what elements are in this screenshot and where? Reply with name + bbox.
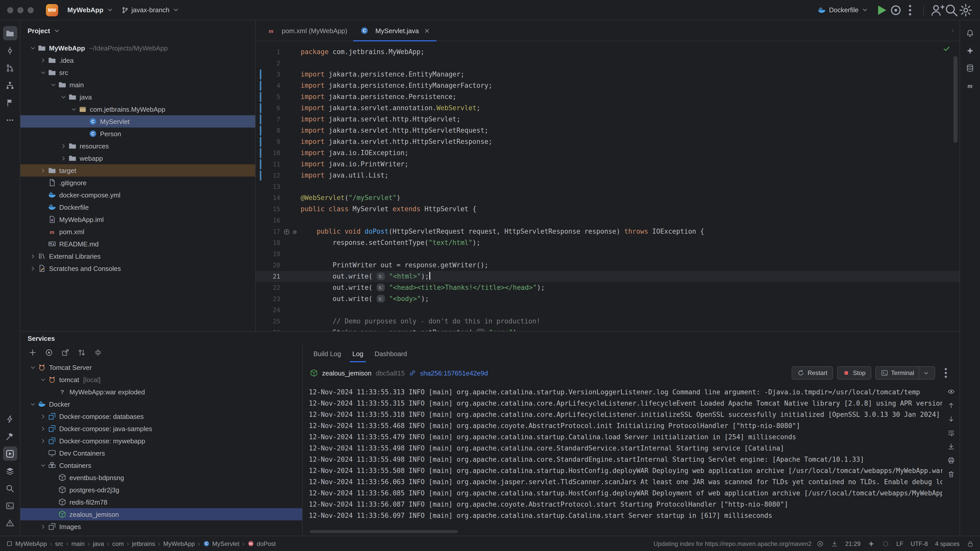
- tree-item-docker-compose-mywebapp[interactable]: Docker-compose: mywebapp: [21, 435, 302, 447]
- run-tool-icon[interactable]: [3, 412, 17, 426]
- tree-item-readme-md[interactable]: README.md: [21, 238, 255, 250]
- chevron-collapsed-icon[interactable]: [39, 437, 47, 445]
- bookmarks-icon[interactable]: [3, 95, 17, 110]
- run-icon[interactable]: [874, 3, 889, 17]
- scroll-to-end-icon[interactable]: [947, 443, 955, 451]
- macos-window-controls[interactable]: [7, 7, 38, 13]
- tab-myservlet-java[interactable]: CMyServlet.java: [353, 21, 436, 41]
- annotation-icon[interactable]: @: [291, 228, 298, 235]
- more-vertical-icon[interactable]: [939, 366, 953, 380]
- commit-icon[interactable]: [3, 43, 17, 58]
- breadcrumb-java[interactable]: java: [93, 540, 104, 547]
- next-message-icon[interactable]: [947, 415, 955, 423]
- run-configuration-widget[interactable]: Dockerfile: [814, 2, 872, 17]
- open-in-new-icon[interactable]: [61, 348, 69, 357]
- chevron-collapsed-icon[interactable]: [59, 154, 67, 162]
- soft-wrap-icon[interactable]: [947, 429, 955, 437]
- sync-status-icon[interactable]: [882, 540, 889, 547]
- tree-item--idea[interactable]: .idea: [21, 54, 255, 66]
- container-log-output[interactable]: 12-Nov-2024 11:33:55.313 INFO [main] org…: [303, 384, 942, 536]
- stop-button[interactable]: Stop: [837, 366, 871, 380]
- inspect-icon[interactable]: [947, 388, 955, 395]
- tree-item-tomcat-server[interactable]: Tomcat Server: [21, 361, 302, 373]
- project-icon[interactable]: [3, 26, 17, 40]
- settings-icon[interactable]: [959, 3, 973, 17]
- tab-log[interactable]: Log: [347, 345, 369, 362]
- close-tab-icon[interactable]: [423, 27, 430, 34]
- caret-position-widget[interactable]: 21:29: [845, 540, 861, 547]
- breadcrumb-com[interactable]: com: [112, 540, 124, 547]
- close-window-button[interactable]: [7, 7, 13, 13]
- code-with-me-icon[interactable]: [930, 3, 944, 17]
- tree-item-tomcat[interactable]: tomcat[local]: [21, 373, 302, 386]
- notifications-icon[interactable]: [963, 26, 977, 40]
- chevron-expanded-icon[interactable]: [69, 105, 78, 113]
- build-tool-icon[interactable]: [3, 429, 17, 443]
- tree-item-docker[interactable]: Docker: [21, 398, 302, 410]
- services-icon[interactable]: [3, 446, 17, 461]
- print-icon[interactable]: [947, 457, 955, 464]
- breadcrumb-mywebapp[interactable]: MyWebApp: [6, 540, 47, 547]
- override-icon[interactable]: [283, 228, 290, 235]
- tree-item-mywebapp[interactable]: MyWebApp~/IdeaProjects/MyWebApp: [21, 42, 255, 54]
- chevron-expanded-icon[interactable]: [49, 81, 57, 89]
- breadcrumb-jetbrains[interactable]: jetbrains: [132, 540, 155, 547]
- encoding-widget[interactable]: UTF-8: [911, 540, 928, 547]
- image-sha-link[interactable]: sha256:157651e42e9d: [420, 369, 488, 377]
- tab-dashboard[interactable]: Dashboard: [369, 345, 413, 362]
- breadcrumb-mywebapp[interactable]: MyWebApp: [163, 540, 195, 547]
- chevron-expanded-icon[interactable]: [39, 375, 47, 384]
- chevron-collapsed-icon[interactable]: [29, 264, 37, 272]
- chevron-expanded-icon[interactable]: [29, 400, 37, 408]
- tree-item-zealous-jemison[interactable]: zealous_jemison: [21, 508, 302, 520]
- tree-item-java[interactable]: java: [21, 91, 255, 103]
- chevron-collapsed-icon[interactable]: [39, 166, 47, 175]
- line-separator-widget[interactable]: LF: [896, 540, 904, 547]
- project-panel-header[interactable]: Project: [21, 21, 255, 41]
- terminal-tool-icon[interactable]: [3, 499, 17, 513]
- tree-item-person[interactable]: CPerson: [21, 127, 255, 140]
- tree-item-mywebapp-iml[interactable]: MyWebApp.iml: [21, 213, 255, 225]
- database-icon[interactable]: [963, 61, 977, 75]
- chevron-expanded-icon[interactable]: [39, 68, 47, 76]
- breadcrumb-main[interactable]: main: [72, 540, 85, 547]
- vcs-branch-widget[interactable]: javax-branch: [117, 2, 183, 17]
- tab-pom-xml-mywebapp-[interactable]: mpom.xml (MyWebApp): [260, 21, 353, 41]
- chevron-down-icon[interactable]: [919, 366, 929, 380]
- project-widget[interactable]: MyWebApp: [63, 2, 117, 17]
- breadcrumb-src[interactable]: src: [55, 540, 63, 547]
- pull-requests-icon[interactable]: [3, 61, 17, 75]
- more-actions-icon[interactable]: [903, 3, 917, 17]
- tree-item-docker-compose-databases[interactable]: Docker-compose: databases: [21, 410, 302, 422]
- maven-icon[interactable]: m: [963, 78, 977, 92]
- tree-item-target[interactable]: target: [21, 164, 255, 176]
- tree-item-myservlet[interactable]: CMyServlet: [21, 115, 255, 127]
- structure-icon[interactable]: [3, 78, 17, 92]
- tab-build-log[interactable]: Build Log: [308, 345, 347, 362]
- tree-item-scratches-and-consoles[interactable]: Scratches and Consoles: [21, 262, 255, 275]
- tree-item-external-libraries[interactable]: External Libraries: [21, 250, 255, 262]
- tree-item-images[interactable]: Images: [21, 520, 302, 533]
- tree-item--gitignore[interactable]: .gitignore: [21, 176, 255, 189]
- inspections-ok-icon[interactable]: [943, 45, 950, 52]
- cancel-icon[interactable]: [817, 540, 824, 547]
- tree-item-src[interactable]: src: [21, 66, 255, 79]
- tree-item-webapp[interactable]: webapp: [21, 152, 255, 164]
- tree-item-pom-xml[interactable]: mpom.xml: [21, 225, 255, 238]
- add-service-icon[interactable]: [29, 348, 37, 357]
- chevron-collapsed-icon[interactable]: [39, 412, 47, 421]
- chevron-collapsed-icon[interactable]: [39, 424, 47, 433]
- ai-status-icon[interactable]: [868, 540, 875, 547]
- chevron-expanded-icon[interactable]: [29, 363, 37, 372]
- breadcrumb-myservlet[interactable]: CMyServlet: [203, 540, 239, 547]
- find-tool-icon[interactable]: [3, 481, 17, 495]
- chevron-collapsed-icon[interactable]: [39, 56, 47, 64]
- chevron-expanded-icon[interactable]: [39, 461, 47, 469]
- restart-button[interactable]: Restart: [792, 366, 833, 380]
- clear-all-icon[interactable]: [947, 470, 955, 478]
- zoom-window-button[interactable]: [27, 7, 34, 13]
- sort-icon[interactable]: [78, 348, 86, 357]
- tree-item-redis-fil2m78[interactable]: redis-fil2m78: [21, 496, 302, 508]
- tree-item-docker-compose-yml[interactable]: docker-compose.yml: [21, 189, 255, 201]
- chevron-collapsed-icon[interactable]: [29, 252, 37, 260]
